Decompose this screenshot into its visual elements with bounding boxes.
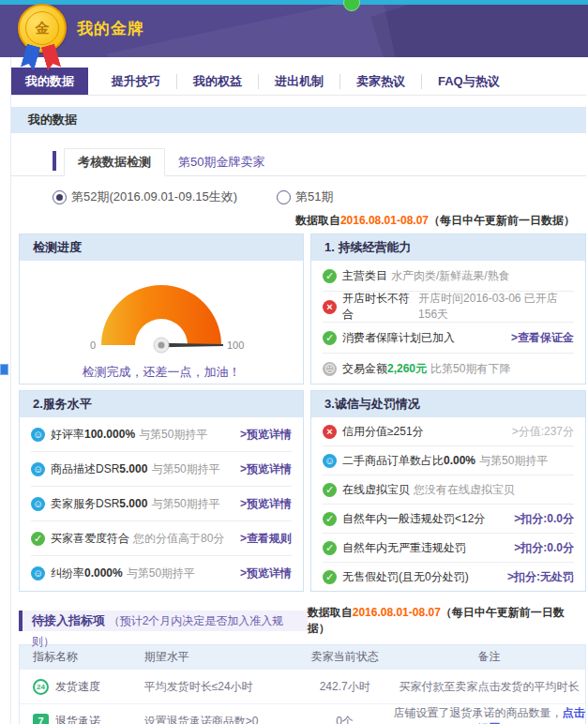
tab-seller-topics[interactable]: 卖家热议: [339, 74, 421, 89]
panel-integrity-penalty: 3.诚信与处罚情况 × 信用分值≥251分 >分值:237分 ☺ 二手商品订单数…: [310, 390, 586, 592]
metric-label: 开店时长不符合: [342, 291, 415, 323]
metric-label: 商品描述DSR: [51, 461, 119, 477]
data-source-note: 数据取自2016.08.01-08.07（每日中午更新前一日数据）: [308, 605, 575, 637]
current-status: 242.7小时: [296, 679, 393, 695]
header-deco: [107, 5, 400, 57]
check-icon: ✓: [323, 483, 337, 497]
smile-icon: ☺: [31, 497, 45, 511]
note-prefix: 数据取自: [308, 606, 353, 619]
col-header-remark: 备注: [393, 649, 585, 665]
deduction-link[interactable]: >扣分:无处罚: [507, 569, 574, 585]
smile-icon: ☺: [31, 428, 45, 442]
metric-value: 100.000%: [84, 428, 135, 441]
indicator-name: 发货速度: [55, 679, 100, 695]
metric-row: ☺ 二手商品订单数占比 0.00% 与第50期持平: [323, 445, 574, 475]
period-radios: 第52期(2016.09.01-09.15生效) 第51期: [53, 189, 588, 205]
metric-label: 卖家服务DSR: [51, 496, 119, 512]
metric-row: ✓ 自然年内一般违规处罚<12分 >扣分:0.0分: [323, 504, 574, 533]
metric-sub: 与第50期持平: [139, 427, 207, 443]
subtab-assessment-check[interactable]: 考核数据检测: [64, 148, 165, 176]
metric-row: ✓ 消费者保障计划已加入 >查看保证金: [323, 322, 574, 353]
table-header-row: 指标名称 期望水平 卖家当前状态 备注: [20, 645, 585, 669]
purple-accent-bar: [53, 151, 56, 171]
preview-detail-link[interactable]: >预览详情: [240, 496, 292, 512]
preview-detail-link[interactable]: >预览详情: [240, 427, 292, 443]
metric-label: 消费者保障计划已加入: [342, 330, 455, 346]
metric-value: 0.000%: [84, 566, 123, 580]
tab-entry-exit[interactable]: 进出机制: [258, 74, 339, 89]
metric-label: 主营类目: [342, 268, 387, 284]
view-rules-link[interactable]: >查看规则: [240, 531, 292, 547]
metric-row: ☺ 纠纷率 0.000% 与第50期持平 >预览详情: [31, 555, 292, 590]
pending-indicators-header: 待接入指标项 （预计2个月内决定是否加入准入规则） 数据取自2016.08.01…: [19, 605, 575, 637]
metric-row: ☹ 交易金额 2,260元 比第50期有下降: [323, 353, 574, 384]
note-date: 2016.08.01-08.07: [353, 606, 441, 619]
meh-face-icon: ☹: [323, 362, 337, 376]
metric-sub: 您的分值高于80分: [133, 531, 224, 547]
preview-detail-link[interactable]: >预览详情: [240, 461, 292, 477]
score-link[interactable]: >分值:237分: [512, 424, 574, 440]
radio-label: 第52期(2016.09.01-09.15生效): [71, 189, 237, 205]
gauge-max-label: 100: [227, 339, 244, 351]
table-row: 24 发货速度 平均发货时长≤24小时 242.7小时 买家付款至卖家点击发货的…: [20, 669, 585, 703]
metric-label: 无售假处罚(且无0分处罚): [342, 569, 469, 585]
tab-faq[interactable]: FAQ与热议: [421, 74, 516, 89]
gauge-chart: 0 100: [69, 270, 253, 356]
metric-label: 好评率: [51, 427, 84, 443]
table-row: 7 退货承诺 设置退货承诺商品数>0 0个 店铺设置了退货承诺的商品数量，点击设…: [20, 703, 585, 724]
col-header-current: 卖家当前状态: [296, 649, 393, 665]
subtab-period50[interactable]: 第50期金牌卖家: [165, 149, 278, 175]
metric-row: ✓ 在线虚拟宝贝 您没有在线虚拟宝贝: [323, 475, 574, 504]
left-edge-tag: [0, 364, 8, 375]
metric-row: × 信用分值≥251分 >分值:237分: [323, 417, 574, 445]
medal-text: 金: [25, 11, 59, 45]
metric-row: ☺ 卖家服务DSR 5.000 与第50期持平 >预览详情: [31, 486, 292, 520]
panel-service-level: 2.服务水平 ☺ 好评率 100.000% 与第50期持平 >预览详情 ☺ 商品…: [19, 390, 304, 592]
pending-title: 待接入指标项: [32, 613, 105, 627]
metric-value: 5.000: [119, 497, 147, 510]
metric-value: 2,260元: [387, 361, 427, 377]
tab-my-benefits[interactable]: 我的权益: [176, 74, 258, 89]
check-icon: ✓: [323, 269, 337, 283]
check-icon: ✓: [31, 532, 45, 546]
check-icon: ✓: [323, 570, 337, 584]
panel-business-ability: 1. 持续经营能力 ✓ 主营类目 水产肉类/新鲜蔬果/熟食 × 开店时长不符合 …: [310, 234, 586, 385]
radio-period-51[interactable]: 第51期: [277, 189, 333, 205]
metric-sub: 您没有在线虚拟宝贝: [414, 482, 515, 498]
cross-icon: ×: [323, 300, 337, 314]
deduction-link[interactable]: >扣分:0.0分: [514, 540, 574, 556]
metric-sub: 与第50期持平: [151, 461, 219, 477]
return-promise-icon: 7: [33, 714, 49, 724]
radio-label: 第51期: [295, 189, 333, 205]
progress-panel-title: 检测进度: [20, 234, 303, 261]
gauge-min-label: 0: [90, 339, 96, 351]
preview-detail-link[interactable]: >预览详情: [240, 566, 292, 581]
metric-value: 5.000: [119, 462, 147, 475]
view-deposit-link[interactable]: >查看保证金: [511, 330, 574, 346]
indicator-name: 退货承诺: [55, 714, 100, 724]
metric-row: ✓ 主营类目 水产肉类/新鲜蔬果/熟食: [323, 261, 574, 291]
metric-sub: 与第50期持平: [479, 453, 548, 469]
expected-level: 设置退货承诺商品数>0: [144, 714, 297, 724]
metric-label: 自然年内无严重违规处罚: [342, 540, 466, 556]
progress-gauge: 0 100 检测完成，还差一点，加油！: [20, 261, 303, 381]
radio-selected-icon: [53, 190, 67, 204]
check-icon: ✓: [323, 541, 337, 555]
expected-level: 平均发货时长≤24小时: [144, 679, 297, 695]
tab-improve-skills[interactable]: 提升技巧: [96, 74, 176, 89]
metric-label: 买家喜爱度符合: [51, 531, 129, 547]
pending-indicators-table: 指标名称 期望水平 卖家当前状态 备注 24 发货速度 平均发货时长≤24小时 …: [19, 644, 586, 724]
page-header: 我的金牌: [0, 5, 588, 57]
page-title: 我的金牌: [77, 18, 144, 39]
check-icon: ✓: [323, 331, 337, 345]
deduction-link[interactable]: >扣分:0.0分: [514, 511, 574, 527]
metric-label: 纠纷率: [51, 566, 84, 581]
panel1-title: 1. 持续经营能力: [311, 234, 585, 261]
note-date: 2016.08.01-08.07: [340, 214, 429, 227]
metric-label: 在线虚拟宝贝: [342, 482, 410, 498]
header-deco: [370, 5, 588, 57]
metric-label: 交易金额: [342, 361, 387, 377]
sub-tabs: 考核数据检测 第50期金牌卖家: [11, 148, 586, 176]
note-suffix: （每日中午更新前一日数据）: [429, 214, 575, 227]
radio-period-52[interactable]: 第52期(2016.09.01-09.15生效): [53, 189, 237, 205]
